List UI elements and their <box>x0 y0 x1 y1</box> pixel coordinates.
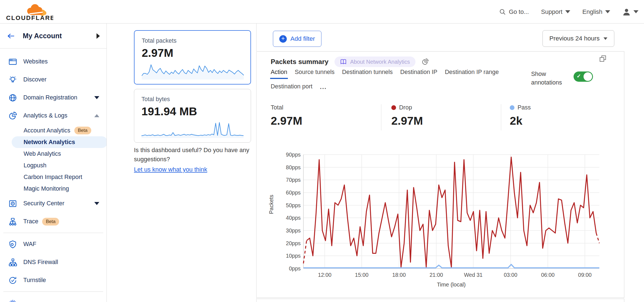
y-axis-tick: 10pps <box>276 253 301 259</box>
card-title: Total bytes <box>141 96 244 103</box>
y-axis-tick: 50pps <box>276 202 301 209</box>
tab-destination-ip[interactable]: Destination IP <box>400 69 437 79</box>
tab-destination-tunnels[interactable]: Destination tunnels <box>342 69 393 79</box>
x-axis-tick: 15:00 <box>345 272 378 278</box>
y-axis-tick: 30pps <box>276 227 301 234</box>
packets-summary-panel: Packets summary About Network Analytics … <box>257 51 624 298</box>
stat-total-value: 2.97M <box>271 114 302 127</box>
divider <box>3 233 103 233</box>
sidebar-item-turnstile[interactable]: Turnstile <box>0 271 107 289</box>
pass-legend-dot <box>510 105 514 110</box>
panel-header: Packets summary About Network Analytics <box>271 57 429 67</box>
search-icon <box>499 8 506 16</box>
tab-source-tunnels[interactable]: Source tunnels <box>295 69 334 79</box>
sidebar-item-analytics-logs[interactable]: Analytics & Logs <box>0 107 107 125</box>
sidebar-item-security-center[interactable]: Security Center <box>0 194 107 213</box>
feedback-block: Is this dashboard useful? Do you have an… <box>134 145 260 174</box>
cloudflare-dashboard: CLOUDFLARE Go to... Support English <box>0 0 644 302</box>
chevron-down-icon <box>605 10 610 13</box>
show-annotations-toggle[interactable]: ✓ <box>574 71 593 82</box>
book-icon <box>340 58 347 65</box>
tab-destination-ip-range[interactable]: Destination IP range <box>445 69 499 79</box>
y-axis-tick: 70pps <box>276 177 301 183</box>
x-axis-tick: 18:00 <box>382 272 416 278</box>
y-axis-tick: 80pps <box>276 164 301 171</box>
beta-badge: Beta <box>42 218 59 226</box>
y-axis-tick: 60pps <box>276 190 301 196</box>
account-name: My Account <box>23 32 62 40</box>
sidebar-item-partial[interactable] <box>0 294 107 302</box>
about-network-analytics-badge[interactable]: About Network Analytics <box>334 57 415 67</box>
sidebar-item-web-analytics[interactable]: Web Analytics <box>0 148 107 160</box>
show-annotations-label: Show annotations <box>531 70 569 87</box>
sidebar-item-websites[interactable]: Websites <box>0 53 107 71</box>
stat-pass-value: 2k <box>510 114 531 127</box>
popout-icon[interactable] <box>599 55 607 64</box>
sidebar-item-logpush[interactable]: Logpush <box>0 160 107 171</box>
top-header: CLOUDFLARE Go to... Support English <box>0 0 644 24</box>
sidebar-item-waf[interactable]: WAF <box>0 235 107 253</box>
user-icon <box>622 8 631 16</box>
sidebar-item-domain-registration[interactable]: Domain Registration <box>0 89 107 107</box>
pie-chart-icon[interactable] <box>422 58 429 65</box>
chevron-right-icon[interactable] <box>97 33 100 39</box>
support-menu[interactable]: Support <box>541 8 570 16</box>
globe-icon <box>8 93 17 102</box>
time-range-dropdown[interactable]: Previous 24 hours <box>542 30 614 47</box>
feedback-link[interactable]: Let us know what you think <box>134 165 207 174</box>
panel-title: Packets summary <box>271 58 328 66</box>
sidebar-account-row[interactable]: My Account <box>0 24 107 48</box>
goto-search[interactable]: Go to... <box>499 8 529 16</box>
sidebar-nav: Websites Discover Domain Registration <box>0 48 107 302</box>
refresh-check-icon <box>8 276 17 285</box>
toggle-knob <box>584 72 592 81</box>
packets-time-series-chart: Packets 0pps10pps20pps30pps40pps50pps60p… <box>257 135 624 290</box>
language-menu[interactable]: English <box>582 8 610 16</box>
goto-label: Go to... <box>509 8 529 16</box>
total-bytes-card[interactable]: Total bytes 191.94 MB <box>134 89 251 143</box>
sidebar-item-discover[interactable]: Discover <box>0 71 107 89</box>
cloudflare-cloud-icon <box>27 4 46 16</box>
stat-drop: Drop 2.97M <box>391 104 423 127</box>
sidebar-item-network-analytics[interactable]: Network Analytics <box>12 136 107 148</box>
cloudflare-logo[interactable]: CLOUDFLARE <box>6 2 53 23</box>
x-axis-tick: 12:00 <box>308 272 341 278</box>
plus-icon: + <box>279 35 287 43</box>
sidebar-item-carbon-impact-report[interactable]: Carbon Impact Report <box>0 171 107 183</box>
sidebar-item-trace[interactable]: Trace Beta <box>0 213 107 231</box>
account-menu[interactable] <box>622 8 638 16</box>
stat-total: Total 2.97M <box>271 104 302 127</box>
sidebar-item-dns-firewall[interactable]: DNS Firewall <box>0 253 107 271</box>
add-filter-button[interactable]: + Add filter <box>273 31 321 47</box>
divider <box>3 291 103 292</box>
tab-destination-port[interactable]: Destination port <box>271 83 313 93</box>
stats-row: Total 2.97M Drop 2.97M Pass <box>257 104 624 132</box>
tabs-row-1: Action Source tunnels Destination tunnel… <box>271 69 499 79</box>
chart-plot-area[interactable] <box>303 155 599 268</box>
x-axis-tick: 09:00 <box>568 272 602 278</box>
y-axis-tick: 0pps <box>276 265 301 272</box>
shield-gear-icon <box>8 240 17 249</box>
tabs-row-2: Destination port ... <box>271 83 327 93</box>
beta-badge: Beta <box>74 127 91 134</box>
more-tabs-button[interactable]: ... <box>320 83 327 93</box>
total-packets-card[interactable]: Total packets 2.97M <box>134 30 251 85</box>
browser-icon <box>8 57 17 66</box>
drop-legend-dot <box>391 105 396 110</box>
y-axis-title: Packets <box>268 185 275 224</box>
top-nav: Go to... Support English <box>499 0 638 24</box>
sidebar-item-account-analytics[interactable]: Account Analytics Beta <box>0 125 107 136</box>
card-value: 191.94 MB <box>141 105 244 118</box>
chevron-down-icon <box>94 202 99 205</box>
sidebar-item-magic-monitoring[interactable]: Magic Monitoring <box>0 183 107 194</box>
trace-icon <box>8 217 17 226</box>
main-content: + Add filter Previous 24 hours Packets s… <box>257 24 644 302</box>
x-axis-tick: 03:00 <box>494 272 527 278</box>
svg-text:CLOUDFLARE: CLOUDFLARE <box>6 14 53 21</box>
tab-action[interactable]: Action <box>271 69 287 79</box>
check-icon: ✓ <box>577 73 581 79</box>
card-title: Total packets <box>142 37 243 44</box>
y-axis-tick: 20pps <box>276 240 301 247</box>
card-value: 2.97M <box>142 47 243 60</box>
back-arrow-icon[interactable] <box>7 32 15 40</box>
